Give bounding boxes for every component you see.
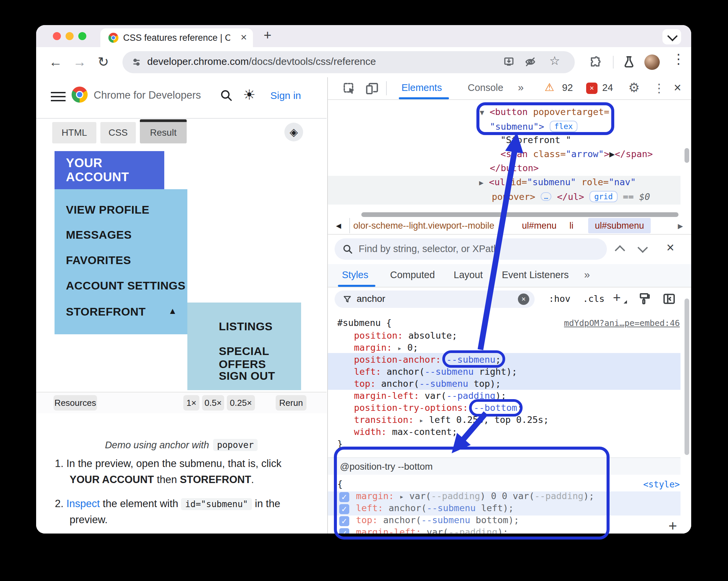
site-settings-icon[interactable] xyxy=(131,57,142,67)
style-tag-link[interactable]: <style> xyxy=(643,479,680,490)
decl-position-anchor[interactable]: position-anchor: --submenu; xyxy=(354,354,501,365)
elements-horizontal-scrollbar[interactable] xyxy=(361,212,678,217)
breadcrumb-item-li[interactable]: li xyxy=(569,221,573,231)
device-toolbar-icon[interactable] xyxy=(365,82,379,95)
new-style-rule-button[interactable]: + xyxy=(613,290,621,305)
find-next-icon[interactable] xyxy=(637,242,648,253)
breadcrumb-right-arrow[interactable]: ▶ xyxy=(678,222,683,230)
sign-in-link[interactable]: Sign in xyxy=(270,90,301,101)
devtools-close-icon[interactable]: × xyxy=(674,81,681,95)
menu-item-view-profile[interactable]: VIEW PROFILE xyxy=(66,203,150,216)
browser-menu-dots-icon[interactable]: ⋮ xyxy=(672,51,685,66)
devtools-settings-gear-icon[interactable]: ⚙ xyxy=(628,80,640,95)
try-decl-margin-left[interactable]: margin-left: var(--padding); xyxy=(356,527,508,533)
menu-item-favorites[interactable]: FAVORITES xyxy=(66,254,131,267)
rule-selector[interactable]: #submenu { xyxy=(337,317,392,328)
element-state-brush-icon[interactable] xyxy=(638,292,651,306)
tree-line-ul-close[interactable]: popover> … </ul> grid == $0 xyxy=(492,191,650,202)
minimize-window-button[interactable] xyxy=(66,32,74,40)
styles-filter-input[interactable]: anchor × xyxy=(335,290,535,308)
tab-html[interactable]: HTML xyxy=(52,122,96,143)
browser-tab[interactable]: CSS features reference | Chr × xyxy=(100,28,253,47)
tree-line-span[interactable]: <span class="arrow">▶</span> xyxy=(500,149,653,159)
warning-count[interactable]: 92 xyxy=(562,82,573,93)
submenu-item-special-offers[interactable]: SPECIAL OFFERS xyxy=(219,345,301,371)
tree-line-text[interactable]: "Storefront " xyxy=(500,135,571,145)
your-account-button[interactable]: YOUR ACCOUNT xyxy=(55,151,164,189)
more-sidebar-tabs-icon[interactable]: » xyxy=(584,269,590,281)
tab-close-icon[interactable]: × xyxy=(240,31,247,44)
submenu-item-sign-out[interactable]: SIGN OUT xyxy=(219,369,275,382)
address-bar[interactable]: developer.chrome.com/docs/devtools/css/r… xyxy=(123,51,575,73)
speed-1x-button[interactable]: 1× xyxy=(183,395,200,411)
elements-vertical-scrollbar[interactable] xyxy=(684,148,689,163)
tree-line-button-open[interactable]: ▼ <button popovertarget= xyxy=(480,107,609,117)
tab-search-button[interactable] xyxy=(662,29,681,45)
warning-icon[interactable]: ⚠ xyxy=(545,81,554,93)
add-declaration-plus[interactable]: + xyxy=(669,518,677,533)
decl-margin[interactable]: margin: ▸ 0; xyxy=(354,342,418,353)
maximize-window-button[interactable] xyxy=(78,32,86,40)
tab-result-active[interactable]: Result xyxy=(140,119,187,143)
speed-025x-button[interactable]: 0.25× xyxy=(227,395,255,411)
resources-button[interactable]: Resources xyxy=(54,395,97,411)
tree-line-button-close[interactable]: </button> xyxy=(490,163,539,173)
breadcrumb-item-ul-menu[interactable]: ul#menu xyxy=(522,221,557,231)
tab-event-listeners[interactable]: Event Listeners xyxy=(502,270,569,280)
profile-avatar[interactable] xyxy=(644,54,660,70)
filter-clear-icon[interactable]: × xyxy=(518,294,529,305)
speed-05x-button[interactable]: 0.5× xyxy=(202,395,224,411)
error-count[interactable]: 24 xyxy=(602,82,613,93)
theme-toggle-sun-icon[interactable]: ☀ xyxy=(243,87,256,103)
tab-computed[interactable]: Computed xyxy=(390,270,435,280)
hamburger-menu-icon[interactable] xyxy=(51,92,66,101)
breadcrumb-left-arrow[interactable]: ◀ xyxy=(328,218,350,233)
rerun-button[interactable]: Rerun xyxy=(276,395,307,411)
password-eye-off-icon[interactable] xyxy=(525,56,536,67)
decl-margin-left[interactable]: margin-left: var(--padding); xyxy=(354,390,506,401)
chrome-labs-flask-icon[interactable] xyxy=(622,55,636,68)
error-icon[interactable]: × xyxy=(586,83,598,94)
tab-layout[interactable]: Layout xyxy=(454,270,483,280)
decl-position[interactable]: position: absolute; xyxy=(354,330,457,341)
tree-line-ul-open[interactable]: ▶ <ul id="submenu" role="nav" xyxy=(479,177,636,187)
breadcrumb-item-ul-submenu-selected[interactable]: ul#submenu xyxy=(588,218,651,233)
extensions-puzzle-icon[interactable] xyxy=(589,56,601,68)
site-brand[interactable]: Chrome for Developers xyxy=(94,89,201,101)
try-decl-top[interactable]: top: anchor(--submenu bottom); xyxy=(356,515,519,525)
tree-line-button-open-2[interactable]: "submenu"> flex xyxy=(490,121,577,132)
search-icon[interactable] xyxy=(219,89,233,102)
expand-children-icon[interactable]: … xyxy=(541,192,551,201)
toggle-hover-button[interactable]: :hov xyxy=(549,294,570,304)
decl-transition[interactable]: transition: ▸ left 0.25s, top 0.25s; xyxy=(354,415,549,425)
find-previous-icon[interactable] xyxy=(615,245,625,255)
forward-button[interactable]: → xyxy=(73,52,86,72)
try-decl-margin[interactable]: margin: ▸ var(--padding) 0 0 var(--paddi… xyxy=(356,491,594,501)
toggle-class-button[interactable]: .cls xyxy=(583,294,604,304)
inspect-element-icon[interactable] xyxy=(343,82,356,95)
toggle-sidebar-icon[interactable] xyxy=(662,292,676,306)
reload-button[interactable]: ↻ xyxy=(98,52,109,72)
new-tab-button[interactable]: + xyxy=(264,28,271,43)
tab-css[interactable]: CSS xyxy=(100,122,136,143)
tab-console[interactable]: Console xyxy=(468,82,503,93)
find-input[interactable]: Find by string, selector, or XPath xyxy=(335,238,607,260)
styles-vertical-scrollbar[interactable] xyxy=(684,299,689,455)
tab-styles[interactable]: Styles xyxy=(342,270,368,280)
menu-item-messages[interactable]: MESSAGES xyxy=(66,228,132,241)
tab-elements[interactable]: Elements xyxy=(401,82,442,93)
inspect-link[interactable]: Inspect xyxy=(66,498,100,509)
codepen-button[interactable]: ◈ xyxy=(284,123,303,141)
chrome-developers-logo[interactable] xyxy=(72,87,88,103)
decl-width[interactable]: width: max-content; xyxy=(354,426,457,437)
devtools-menu-dots-icon[interactable]: ⋮ xyxy=(653,81,665,95)
more-panels-icon[interactable]: » xyxy=(518,82,524,93)
menu-item-storefront[interactable]: STOREFRONT xyxy=(66,305,146,318)
bookmark-star-icon[interactable]: ☆ xyxy=(549,54,560,68)
checkbox-margin-left[interactable]: ✓ xyxy=(339,528,349,533)
menu-item-account-settings[interactable]: ACCOUNT SETTINGS xyxy=(66,279,185,292)
find-close-icon[interactable]: × xyxy=(667,240,674,255)
grid-badge[interactable]: grid xyxy=(590,191,617,202)
install-app-icon[interactable] xyxy=(503,56,515,67)
back-button[interactable]: ← xyxy=(49,52,62,72)
